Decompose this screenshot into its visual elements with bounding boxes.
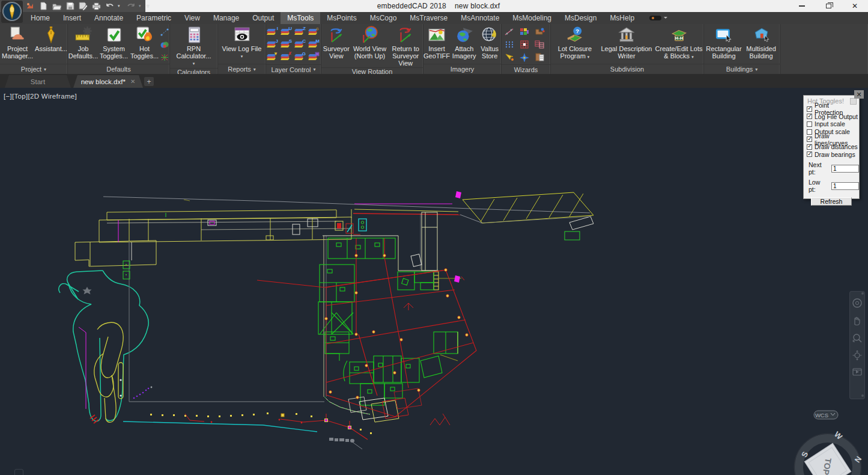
lot-closure-program-button[interactable]: ? Lot Closure Program ▾: [551, 25, 599, 61]
tab-msmodeling[interactable]: MsModeling: [506, 12, 558, 24]
layer-tool-box-icon[interactable]: ▣: [308, 52, 320, 62]
file-tab-start[interactable]: Start: [5, 75, 71, 88]
wizard-grid-pair-icon[interactable]: [534, 40, 548, 52]
navigation-bar[interactable]: [849, 291, 865, 399]
rectangular-building-button[interactable]: Rectangular Building: [705, 25, 742, 60]
zoom-extents-icon[interactable]: [852, 332, 863, 343]
job-defaults-button[interactable]: Job Defaults...: [69, 25, 98, 60]
wizard-breakline-icon[interactable]: [504, 27, 518, 39]
new-tab-button[interactable]: +: [144, 77, 154, 86]
point-style-icon[interactable]: [160, 28, 169, 38]
wizard-door-icon[interactable]: [534, 52, 548, 64]
refresh-button[interactable]: Refresh: [811, 197, 852, 206]
checkbox-log-file-output[interactable]: ✓: [807, 114, 812, 119]
hot-toggles-button[interactable]: Hot Toggles...: [130, 25, 159, 60]
wizard-compass-icon[interactable]: [519, 52, 533, 64]
tab-parametric[interactable]: Parametric: [130, 12, 178, 24]
minimize-button[interactable]: [789, 0, 815, 12]
plot-icon[interactable]: [91, 1, 102, 11]
tab-msannotate[interactable]: MsAnnotate: [454, 12, 506, 24]
customize-qat-icon[interactable]: ▿: [147, 3, 151, 9]
tab-mstools[interactable]: MsTools: [281, 12, 320, 24]
layer-tool-U-icon[interactable]: U: [280, 27, 292, 37]
layer-tool-down-icon[interactable]: ▼: [266, 52, 278, 62]
rpn-calculator-button[interactable]: RPN Calculator... ▾: [172, 25, 216, 68]
pan-hand-icon[interactable]: [852, 315, 863, 326]
tab-annotate[interactable]: Annotate: [88, 12, 130, 24]
world-view-button[interactable]: World View (North Up): [353, 25, 387, 60]
attach-imagery-button[interactable]: Attach Imagery: [451, 25, 477, 60]
return-to-surveyor-view-button[interactable]: Return to Surveyor View: [388, 25, 423, 67]
checkbox-row[interactable]: Input scale: [804, 120, 859, 128]
valtus-store-button[interactable]: Valtus Store: [478, 25, 501, 60]
redo-dropdown-icon[interactable]: ▾: [139, 4, 144, 8]
layer-tool-S-icon[interactable]: S: [280, 40, 292, 49]
layer-tool-G-icon[interactable]: G: [294, 52, 306, 62]
tab-home[interactable]: Home: [24, 12, 56, 24]
rpn-dropdown-icon[interactable]: ▾: [193, 60, 195, 67]
new-file-icon[interactable]: [38, 1, 49, 11]
checkbox-draw-lines-curves[interactable]: ✓: [807, 136, 812, 142]
checkbox-row[interactable]: ✓ Log File Output: [804, 113, 859, 121]
file-tab-active[interactable]: new block.dxf*✕: [73, 75, 143, 88]
layer-tool-sun-icon[interactable]: ☼: [308, 27, 320, 37]
navigation-wheel-icon[interactable]: [852, 298, 863, 308]
hot-toggles-dialog[interactable]: Hot Toggles! ✓ Point Protection ✓ Log Fi…: [803, 95, 860, 199]
panel-caption-reports[interactable]: Reports▾: [218, 64, 266, 74]
undo-dropdown-icon[interactable]: ▾: [118, 4, 123, 8]
showmotion-icon[interactable]: [852, 367, 863, 377]
checkbox-row[interactable]: ✓ Draw bearings: [804, 151, 859, 159]
tab-close-icon[interactable]: ✕: [130, 78, 135, 85]
low-pt-input[interactable]: [831, 182, 859, 190]
tab-output[interactable]: Output: [246, 12, 281, 24]
checkbox-output-scale[interactable]: [807, 129, 812, 135]
view-log-file-button[interactable]: View Log File ▾: [220, 25, 264, 61]
save-as-icon[interactable]: [78, 1, 88, 11]
dialog-close-icon[interactable]: ✕: [854, 90, 864, 99]
layer-tool-J-icon[interactable]: J: [266, 40, 278, 49]
restore-button[interactable]: [815, 0, 842, 12]
tab-mspoints[interactable]: MsPoints: [320, 12, 363, 24]
hot-quick-icon[interactable]: [25, 1, 35, 11]
checkbox-draw-distances[interactable]: ✓: [807, 144, 812, 150]
layer-tool-M-icon[interactable]: M: [308, 40, 320, 49]
tab-insert[interactable]: Insert: [56, 12, 88, 24]
viewcube[interactable]: TOP W S N: [794, 430, 863, 475]
wizard-point-grid-icon[interactable]: [504, 40, 518, 52]
checkbox-draw-bearings[interactable]: ✓: [807, 152, 812, 157]
checkbox-point-protection[interactable]: ✓: [807, 106, 812, 112]
wizard-block-icon[interactable]: [534, 27, 548, 39]
layer-tool-off-icon[interactable]: ✗: [280, 52, 292, 62]
wcs-selector[interactable]: WCS: [814, 411, 838, 419]
insert-geotiff-button[interactable]: Insert GeoTIFF: [423, 25, 450, 60]
layer-tool-Z-icon[interactable]: Z: [294, 27, 306, 37]
legal-description-writer-button[interactable]: Legal Description Writer: [600, 25, 653, 60]
wizard-pointer-icon[interactable]: [504, 52, 518, 64]
tab-msdesign[interactable]: MsDesign: [558, 12, 603, 24]
redo-icon[interactable]: [126, 1, 136, 11]
save-icon[interactable]: [65, 1, 75, 11]
lot-closure-dropdown-icon[interactable]: ▾: [587, 55, 590, 59]
checkbox-input-scale[interactable]: [807, 121, 812, 127]
tab-manage[interactable]: Manage: [207, 12, 246, 24]
point-burst-icon[interactable]: [160, 53, 169, 64]
assistant-button[interactable]: Assistant...: [35, 25, 67, 53]
wizard-red-grid-icon[interactable]: [519, 40, 533, 52]
orbit-icon[interactable]: [852, 350, 863, 361]
system-toggles-button[interactable]: System Toggles...: [99, 25, 129, 60]
open-icon[interactable]: [52, 1, 62, 11]
tab-mshelp[interactable]: MsHelp: [603, 12, 641, 24]
tab-mstraverse[interactable]: MsTraverse: [403, 12, 454, 24]
checkbox-row[interactable]: ✓ Draw distances: [804, 143, 859, 151]
lots-blocks-dropdown-icon[interactable]: ▾: [691, 55, 694, 59]
drawing-canvas[interactable]: [−][Top][2D Wireframe]: [0, 88, 868, 475]
close-button[interactable]: ✕: [842, 0, 868, 12]
panel-caption-project[interactable]: Project▾: [0, 64, 67, 74]
layer-tool-I-icon[interactable]: I: [266, 27, 278, 37]
application-menu-button[interactable]: [1, 1, 23, 23]
tab-mscogo[interactable]: MsCogo: [363, 12, 404, 24]
panel-caption-buildings[interactable]: Buildings▾: [704, 64, 780, 74]
surveyor-view-button[interactable]: Surveyor View: [321, 25, 351, 60]
wizard-color-grid-icon[interactable]: [519, 27, 533, 39]
create-edit-lots-blocks-button[interactable]: H-H Create/Edit Lots & Blocks ▾: [654, 25, 703, 61]
